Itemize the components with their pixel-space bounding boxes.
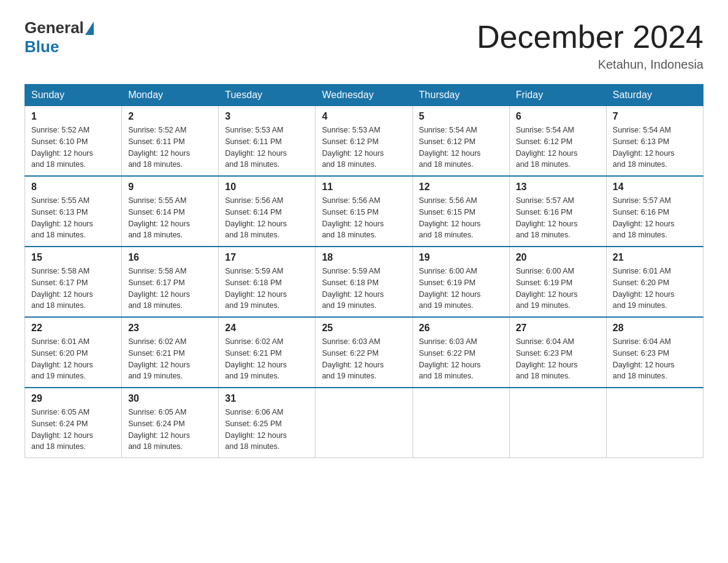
day-info: Sunrise: 5:55 AMSunset: 6:14 PMDaylight:… <box>128 195 212 241</box>
day-number: 26 <box>419 323 503 334</box>
day-number: 10 <box>225 182 309 193</box>
logo-general-text: General <box>25 18 84 37</box>
day-info: Sunrise: 5:59 AMSunset: 6:18 PMDaylight:… <box>225 266 309 312</box>
day-info: Sunrise: 6:03 AMSunset: 6:22 PMDaylight:… <box>322 336 406 382</box>
col-header-thursday: Thursday <box>412 85 509 106</box>
day-info: Sunrise: 5:57 AMSunset: 6:16 PMDaylight:… <box>613 195 697 241</box>
day-info: Sunrise: 6:02 AMSunset: 6:21 PMDaylight:… <box>225 336 309 382</box>
day-info: Sunrise: 6:05 AMSunset: 6:24 PMDaylight:… <box>128 407 212 453</box>
day-info: Sunrise: 6:04 AMSunset: 6:23 PMDaylight:… <box>516 336 600 382</box>
day-number: 27 <box>516 323 600 334</box>
day-number: 14 <box>613 182 697 193</box>
day-number: 22 <box>31 323 115 334</box>
calendar-cell: 6Sunrise: 5:54 AMSunset: 6:12 PMDaylight… <box>509 106 606 177</box>
calendar-cell: 17Sunrise: 5:59 AMSunset: 6:18 PMDayligh… <box>219 247 316 317</box>
day-info: Sunrise: 5:53 AMSunset: 6:11 PMDaylight:… <box>225 124 309 170</box>
week-row-1: 1Sunrise: 5:52 AMSunset: 6:10 PMDaylight… <box>25 106 703 177</box>
day-info: Sunrise: 5:52 AMSunset: 6:10 PMDaylight:… <box>31 124 115 170</box>
calendar-cell <box>606 388 703 458</box>
day-number: 21 <box>613 252 697 263</box>
day-info: Sunrise: 6:05 AMSunset: 6:24 PMDaylight:… <box>31 407 115 453</box>
day-info: Sunrise: 5:52 AMSunset: 6:11 PMDaylight:… <box>128 124 212 170</box>
location-text: Ketahun, Indonesia <box>477 58 703 72</box>
day-info: Sunrise: 6:01 AMSunset: 6:20 PMDaylight:… <box>613 266 697 312</box>
day-number: 11 <box>322 182 406 193</box>
day-info: Sunrise: 5:54 AMSunset: 6:12 PMDaylight:… <box>419 124 503 170</box>
day-info: Sunrise: 6:03 AMSunset: 6:22 PMDaylight:… <box>419 336 503 382</box>
day-info: Sunrise: 5:53 AMSunset: 6:12 PMDaylight:… <box>322 124 406 170</box>
day-number: 23 <box>128 323 212 334</box>
calendar-cell: 29Sunrise: 6:05 AMSunset: 6:24 PMDayligh… <box>25 388 122 458</box>
calendar-cell: 28Sunrise: 6:04 AMSunset: 6:23 PMDayligh… <box>606 317 703 388</box>
calendar-cell: 26Sunrise: 6:03 AMSunset: 6:22 PMDayligh… <box>412 317 509 388</box>
col-header-sunday: Sunday <box>25 85 122 106</box>
calendar-cell: 25Sunrise: 6:03 AMSunset: 6:22 PMDayligh… <box>316 317 412 388</box>
day-number: 9 <box>128 182 212 193</box>
calendar-header-row: SundayMondayTuesdayWednesdayThursdayFrid… <box>25 85 703 106</box>
day-info: Sunrise: 6:02 AMSunset: 6:21 PMDaylight:… <box>128 336 212 382</box>
col-header-saturday: Saturday <box>606 85 703 106</box>
day-number: 31 <box>225 393 309 404</box>
day-number: 29 <box>31 393 115 404</box>
calendar-cell: 7Sunrise: 5:54 AMSunset: 6:13 PMDaylight… <box>606 106 703 177</box>
day-number: 18 <box>322 252 406 263</box>
calendar-cell: 16Sunrise: 5:58 AMSunset: 6:17 PMDayligh… <box>122 247 219 317</box>
day-info: Sunrise: 6:00 AMSunset: 6:19 PMDaylight:… <box>419 266 503 312</box>
calendar-cell: 24Sunrise: 6:02 AMSunset: 6:21 PMDayligh… <box>219 317 316 388</box>
calendar-cell: 5Sunrise: 5:54 AMSunset: 6:12 PMDaylight… <box>412 106 509 177</box>
day-info: Sunrise: 5:56 AMSunset: 6:15 PMDaylight:… <box>322 195 406 241</box>
calendar-cell: 21Sunrise: 6:01 AMSunset: 6:20 PMDayligh… <box>606 247 703 317</box>
calendar-cell: 11Sunrise: 5:56 AMSunset: 6:15 PMDayligh… <box>316 176 412 247</box>
calendar-cell: 15Sunrise: 5:58 AMSunset: 6:17 PMDayligh… <box>25 247 122 317</box>
logo: General Blue <box>25 18 95 56</box>
calendar-cell <box>509 388 606 458</box>
calendar-cell <box>316 388 412 458</box>
calendar-cell: 2Sunrise: 5:52 AMSunset: 6:11 PMDaylight… <box>122 106 219 177</box>
day-number: 1 <box>31 111 115 122</box>
page-header: General Blue December 2024 Ketahun, Indo… <box>25 18 703 72</box>
day-info: Sunrise: 5:54 AMSunset: 6:13 PMDaylight:… <box>613 124 697 170</box>
calendar-table: SundayMondayTuesdayWednesdayThursdayFrid… <box>25 84 703 458</box>
day-number: 7 <box>613 111 697 122</box>
calendar-cell: 9Sunrise: 5:55 AMSunset: 6:14 PMDaylight… <box>122 176 219 247</box>
calendar-cell: 20Sunrise: 6:00 AMSunset: 6:19 PMDayligh… <box>509 247 606 317</box>
day-number: 13 <box>516 182 600 193</box>
week-row-3: 15Sunrise: 5:58 AMSunset: 6:17 PMDayligh… <box>25 247 703 317</box>
day-number: 6 <box>516 111 600 122</box>
calendar-cell: 18Sunrise: 5:59 AMSunset: 6:18 PMDayligh… <box>316 247 412 317</box>
col-header-monday: Monday <box>122 85 219 106</box>
day-number: 5 <box>419 111 503 122</box>
calendar-cell: 1Sunrise: 5:52 AMSunset: 6:10 PMDaylight… <box>25 106 122 177</box>
day-info: Sunrise: 5:57 AMSunset: 6:16 PMDaylight:… <box>516 195 600 241</box>
day-info: Sunrise: 5:54 AMSunset: 6:12 PMDaylight:… <box>516 124 600 170</box>
col-header-tuesday: Tuesday <box>219 85 316 106</box>
week-row-5: 29Sunrise: 6:05 AMSunset: 6:24 PMDayligh… <box>25 388 703 458</box>
day-number: 17 <box>225 252 309 263</box>
day-number: 28 <box>613 323 697 334</box>
day-info: Sunrise: 6:06 AMSunset: 6:25 PMDaylight:… <box>225 407 309 453</box>
day-info: Sunrise: 6:01 AMSunset: 6:20 PMDaylight:… <box>31 336 115 382</box>
calendar-cell: 14Sunrise: 5:57 AMSunset: 6:16 PMDayligh… <box>606 176 703 247</box>
calendar-cell: 4Sunrise: 5:53 AMSunset: 6:12 PMDaylight… <box>316 106 412 177</box>
calendar-cell: 12Sunrise: 5:56 AMSunset: 6:15 PMDayligh… <box>412 176 509 247</box>
title-block: December 2024 Ketahun, Indonesia <box>477 18 703 72</box>
day-number: 30 <box>128 393 212 404</box>
day-number: 8 <box>31 182 115 193</box>
calendar-cell: 3Sunrise: 5:53 AMSunset: 6:11 PMDaylight… <box>219 106 316 177</box>
day-info: Sunrise: 5:55 AMSunset: 6:13 PMDaylight:… <box>31 195 115 241</box>
calendar-cell: 13Sunrise: 5:57 AMSunset: 6:16 PMDayligh… <box>509 176 606 247</box>
day-number: 16 <box>128 252 212 263</box>
col-header-wednesday: Wednesday <box>316 85 412 106</box>
calendar-cell <box>412 388 509 458</box>
day-number: 3 <box>225 111 309 122</box>
calendar-cell: 31Sunrise: 6:06 AMSunset: 6:25 PMDayligh… <box>219 388 316 458</box>
week-row-4: 22Sunrise: 6:01 AMSunset: 6:20 PMDayligh… <box>25 317 703 388</box>
day-number: 12 <box>419 182 503 193</box>
week-row-2: 8Sunrise: 5:55 AMSunset: 6:13 PMDaylight… <box>25 176 703 247</box>
day-info: Sunrise: 6:04 AMSunset: 6:23 PMDaylight:… <box>613 336 697 382</box>
logo-triangle-icon <box>85 21 94 35</box>
day-info: Sunrise: 5:58 AMSunset: 6:17 PMDaylight:… <box>128 266 212 312</box>
calendar-cell: 22Sunrise: 6:01 AMSunset: 6:20 PMDayligh… <box>25 317 122 388</box>
day-info: Sunrise: 5:56 AMSunset: 6:15 PMDaylight:… <box>419 195 503 241</box>
calendar-cell: 23Sunrise: 6:02 AMSunset: 6:21 PMDayligh… <box>122 317 219 388</box>
